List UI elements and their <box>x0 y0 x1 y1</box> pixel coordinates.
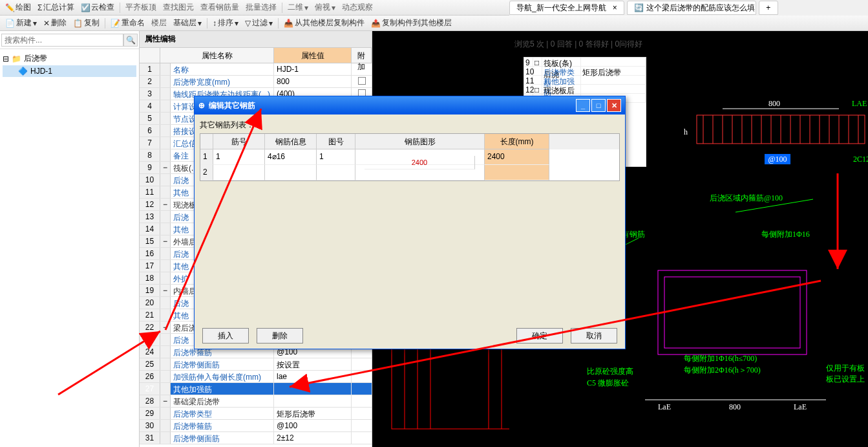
svg-text:2C12: 2C12 <box>853 155 868 164</box>
maximize-button[interactable]: □ <box>591 99 606 112</box>
tb-draw[interactable]: ✏️绘图 <box>3 1 34 14</box>
svg-text:@100: @100 <box>768 155 787 164</box>
prop-row[interactable]: 1名称HJD-1 <box>140 63 372 76</box>
rebar-row[interactable]: 1 1 4⌀16 1 2400 2400 <box>200 149 619 165</box>
dialog-list-label: 其它钢筋列表： <box>200 120 620 131</box>
col-length: 长度(mm) <box>485 134 549 149</box>
search-button[interactable]: 🔍 <box>123 34 138 47</box>
svg-rect-32 <box>658 270 807 354</box>
pencil-icon: ✏️ <box>5 3 14 12</box>
prop-row[interactable]: 28−基础梁后浇带 <box>140 395 372 408</box>
property-title: 属性编辑 <box>140 31 372 48</box>
rebar-row[interactable]: 2 <box>200 165 619 180</box>
tab-nav[interactable]: 导航_新一代安全上网导航× <box>509 1 624 15</box>
svg-text:LaE: LaE <box>658 402 671 411</box>
prop-row[interactable]: 31后浇带侧面筋2±12 <box>140 432 372 444</box>
tb-copy[interactable]: 📋 复制 <box>70 16 102 30</box>
tb-rename[interactable]: 📝 重命名 <box>108 16 147 30</box>
tb-top[interactable]: 俯视 ▾ <box>312 1 338 14</box>
search-input[interactable] <box>1 34 123 47</box>
tree-item-hjd1[interactable]: 🔷 HJD-1 <box>3 65 136 77</box>
app-icon: ⊕ <box>198 101 205 110</box>
tree-root[interactable]: ⊟ 📁 后浇带 <box>3 52 136 65</box>
svg-text:LAE: LAE <box>852 99 867 108</box>
svg-text:仅用于有板: 仅用于有板 <box>826 364 865 373</box>
svg-text:C5 微膨胀砼: C5 微膨胀砼 <box>587 378 629 387</box>
prop-row[interactable]: 26加强筋伸入每侧长度(mm)lae <box>140 371 372 383</box>
tab-new[interactable]: + <box>759 1 778 15</box>
tb-new[interactable]: 📄 新建 ▾ <box>3 16 39 30</box>
page-stats: 浏览5 次 | 0 回答 | 0 答得好 | 0问得好 <box>509 39 868 53</box>
cancel-button[interactable]: 取消 <box>571 328 617 343</box>
tb-sort[interactable]: ↕ 排序 ▾ <box>210 16 241 30</box>
edit-rebar-dialog: ⊕ 编辑其它钢筋 _ □ ✕ 其它钢筋列表： 筋号 钢筋信息 图号 钢筋图形 长… <box>194 96 626 349</box>
component-tree-panel: 🔍 ⊟ 📁 后浇带 🔷 HJD-1 <box>0 31 140 447</box>
prop-row[interactable]: 27其他加强筋 <box>140 383 372 395</box>
prop-row[interactable]: 25后浇带侧面筋按设置 <box>140 358 372 371</box>
minimize-button[interactable]: _ <box>576 99 590 112</box>
svg-rect-33 <box>664 277 800 348</box>
svg-text:板已设置上: 板已设置上 <box>825 375 865 384</box>
delete-button[interactable]: 删除 <box>257 328 303 343</box>
svg-text:比原砼强度高: 比原砼强度高 <box>587 367 633 376</box>
col-name: 属性名称 <box>160 48 274 63</box>
ok-button[interactable]: 确定 <box>516 328 563 343</box>
folder-icon: 📁 <box>12 54 21 63</box>
tb-orbit[interactable]: 动态观察 <box>339 1 376 14</box>
svg-text:每侧附加2Φ16(h＞700): 每侧附加2Φ16(h＞700) <box>684 365 761 375</box>
svg-text:800: 800 <box>768 99 780 108</box>
svg-text:h: h <box>684 127 688 136</box>
tb-copyto[interactable]: 📤 复制构件到其他楼层 <box>368 16 454 30</box>
svg-text:LaE: LaE <box>794 402 807 411</box>
tb-2d[interactable]: 二维 ▾ <box>285 1 311 14</box>
col-shape: 钢筋图形 <box>355 134 485 149</box>
tb-rebar[interactable]: 查看钢筋量 <box>198 1 242 14</box>
col-attach: 附加 <box>352 48 372 63</box>
rebar-grid: 筋号 钢筋信息 图号 钢筋图形 长度(mm) 1 1 4⌀16 1 2400 2… <box>200 133 620 181</box>
tb-copyfrom[interactable]: 📥 从其他楼层复制构件 <box>281 16 367 30</box>
svg-text:每侧附加1Φ16(h≤700): 每侧附加1Φ16(h≤700) <box>684 354 757 363</box>
tb-filter[interactable]: ▽ 过滤 ▾ <box>242 16 275 30</box>
dialog-titlebar[interactable]: ⊕ 编辑其它钢筋 _ □ ✕ <box>195 96 625 114</box>
cloud-check-icon: ☑️ <box>81 3 90 12</box>
browser-tabs: 导航_新一代安全上网导航× 🔄这个梁后浇带的配筋应该怎么填× + <box>509 0 868 16</box>
toolbar-edit: 📄 新建 ▾ ✕ 删除 📋 复制 📝 重命名 楼层 基础层 ▾ ↕ 排序 ▾ ▽… <box>0 16 868 31</box>
tb-del[interactable]: ✕ 删除 <box>41 16 69 30</box>
tb-level[interactable]: 平齐板顶 <box>123 1 159 14</box>
prop-row[interactable]: 2后浇带宽度(mm)800 <box>140 76 372 88</box>
svg-text:800: 800 <box>729 402 741 411</box>
tb-find[interactable]: 查找图元 <box>160 1 196 14</box>
tb-floor-lbl: 楼层 <box>149 16 169 30</box>
tab-question[interactable]: 🔄这个梁后浇带的配筋应该怎么填× <box>627 1 756 15</box>
close-icon[interactable]: × <box>613 3 617 12</box>
prop-row[interactable]: 29后浇带类型矩形后浇带 <box>140 408 372 420</box>
close-button[interactable]: ✕ <box>607 99 621 112</box>
magnifier-icon: 🔍 <box>126 36 136 45</box>
svg-text:每侧附加1Φ16: 每侧附加1Φ16 <box>761 230 810 239</box>
col-fig: 图号 <box>317 134 355 149</box>
tb-cloud[interactable]: ☑️云检查 <box>78 1 117 14</box>
tb-sum[interactable]: Σ 汇总计算 <box>35 1 77 14</box>
component-icon: 🔷 <box>18 67 28 76</box>
insert-button[interactable]: 插入 <box>202 328 249 343</box>
svg-rect-0 <box>392 338 514 429</box>
col-value: 属性值 <box>274 48 352 63</box>
svg-text:后浇区域内箍筋@100: 后浇区域内箍筋@100 <box>710 193 783 202</box>
tb-floor-sel[interactable]: 基础层 ▾ <box>171 16 204 30</box>
tb-batch[interactable]: 批量选择 <box>243 1 279 14</box>
col-rebar-num: 筋号 <box>213 134 265 149</box>
minus-icon[interactable]: ⊟ <box>3 54 9 63</box>
prop-row[interactable]: 30后浇带箍筋@100 <box>140 420 372 432</box>
col-rebar-info: 钢筋信息 <box>265 134 317 149</box>
